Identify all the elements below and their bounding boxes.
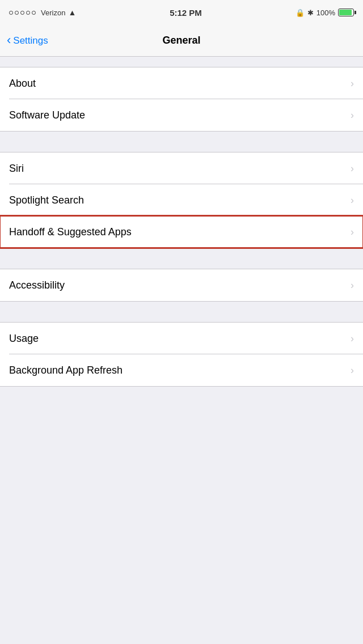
signal-dots bbox=[9, 11, 36, 15]
row-software-update[interactable]: Software Update › bbox=[0, 99, 363, 131]
section-spacer-bottom bbox=[0, 387, 363, 407]
status-time: 5:12 PM bbox=[170, 8, 202, 18]
battery-percentage: 100% bbox=[316, 9, 335, 17]
accessibility-label: Accessibility bbox=[9, 279, 351, 291]
row-accessibility[interactable]: Accessibility › bbox=[0, 269, 363, 301]
about-label: About bbox=[9, 78, 351, 90]
chevron-right-icon: › bbox=[351, 163, 354, 175]
row-background-app-refresh[interactable]: Background App Refresh › bbox=[0, 354, 363, 386]
lock-icon: 🔒 bbox=[296, 9, 305, 17]
chevron-right-icon: › bbox=[351, 194, 354, 206]
handoff-label: Handoff & Suggested Apps bbox=[9, 226, 351, 238]
software-update-label: Software Update bbox=[9, 109, 351, 121]
background-app-refresh-label: Background App Refresh bbox=[9, 365, 351, 376]
section-spacer-top bbox=[0, 57, 363, 67]
row-usage[interactable]: Usage › bbox=[0, 323, 363, 354]
chevron-right-icon: › bbox=[351, 109, 354, 121]
wifi-icon: ▲ bbox=[68, 8, 76, 17]
section-about: About › Software Update › bbox=[0, 67, 363, 132]
spotlight-search-label: Spotlight Search bbox=[9, 194, 351, 206]
chevron-right-icon: › bbox=[351, 365, 354, 376]
status-right: 🔒 ✱ 100% bbox=[296, 9, 354, 17]
nav-header: ‹ Settings General bbox=[0, 25, 363, 57]
settings-content: About › Software Update › Siri › Spotlig… bbox=[0, 57, 363, 407]
row-about[interactable]: About › bbox=[0, 67, 363, 99]
row-spotlight-search[interactable]: Spotlight Search › bbox=[0, 184, 363, 216]
battery-fill bbox=[339, 10, 352, 15]
section-spacer-3 bbox=[0, 302, 363, 322]
carrier-label: Verizon bbox=[41, 9, 65, 17]
chevron-right-icon: › bbox=[351, 333, 354, 345]
chevron-right-icon: › bbox=[351, 226, 354, 238]
section-spacer-1 bbox=[0, 132, 363, 152]
status-bar: Verizon ▲ 5:12 PM 🔒 ✱ 100% bbox=[0, 0, 363, 25]
status-left: Verizon ▲ bbox=[9, 8, 76, 17]
page-title: General bbox=[162, 35, 200, 46]
usage-label: Usage bbox=[9, 333, 351, 345]
section-usage: Usage › Background App Refresh › bbox=[0, 322, 363, 387]
chevron-right-icon: › bbox=[351, 78, 354, 90]
section-accessibility: Accessibility › bbox=[0, 269, 363, 302]
back-label: Settings bbox=[13, 35, 48, 46]
back-button[interactable]: ‹ Settings bbox=[7, 35, 48, 46]
bluetooth-icon: ✱ bbox=[307, 9, 314, 17]
section-siri: Siri › Spotlight Search › Handoff & Sugg… bbox=[0, 152, 363, 248]
row-handoff[interactable]: Handoff & Suggested Apps › bbox=[0, 216, 363, 248]
siri-label: Siri bbox=[9, 163, 351, 175]
chevron-right-icon: › bbox=[351, 279, 354, 291]
back-chevron-icon: ‹ bbox=[7, 34, 11, 46]
row-siri[interactable]: Siri › bbox=[0, 152, 363, 184]
section-spacer-2 bbox=[0, 248, 363, 269]
battery-icon bbox=[338, 9, 354, 16]
